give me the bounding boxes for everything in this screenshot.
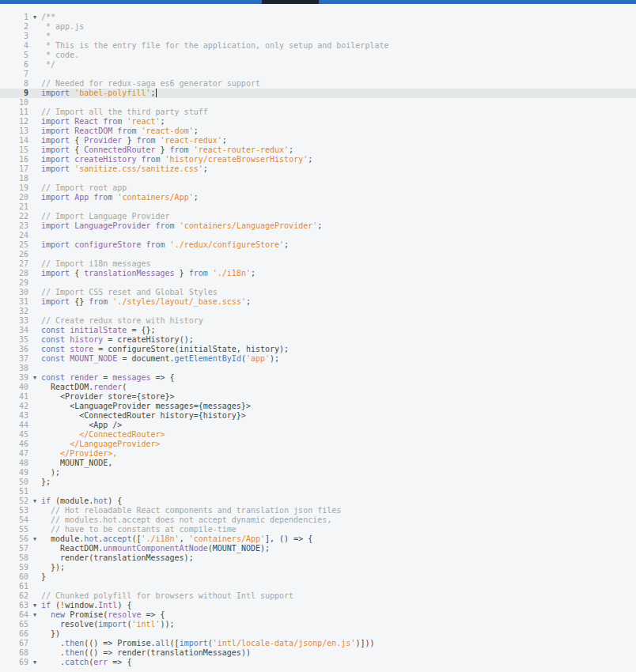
line-number[interactable]: 30 — [0, 288, 28, 297]
fold-arrow-icon[interactable]: ▼ — [28, 534, 41, 544]
code-line[interactable]: 66 }) — [0, 629, 636, 639]
line-number[interactable]: 22 — [0, 212, 28, 221]
line-number[interactable]: 15 — [0, 145, 28, 155]
code-line[interactable]: 56▼ module.hot.accept(['./i18n', 'contai… — [0, 534, 636, 544]
code-line[interactable]: 69▼ .catch(err => { — [0, 658, 636, 667]
code-line[interactable]: 51 — [0, 487, 636, 496]
line-number[interactable]: 33 — [0, 316, 28, 326]
code-line[interactable]: 4 * This is the entry file for the appli… — [0, 41, 636, 51]
code-line[interactable]: 20import App from 'containers/App'; — [0, 193, 636, 202]
code-line[interactable]: 3 * — [0, 32, 636, 41]
code-line[interactable]: 27// Import i18n messages — [0, 259, 636, 269]
code-line[interactable]: 34const initialState = {}; — [0, 326, 636, 335]
code-line[interactable]: 48 MOUNT_NODE, — [0, 459, 636, 468]
line-number[interactable]: 28 — [0, 269, 28, 278]
code-line[interactable]: 68 .then(() => render(translationMessage… — [0, 648, 636, 658]
line-number[interactable]: 29 — [0, 278, 28, 288]
line-number[interactable]: 5 — [0, 51, 28, 60]
line-number[interactable]: 13 — [0, 126, 28, 136]
fold-arrow-icon[interactable]: ▼ — [28, 13, 41, 22]
code-line[interactable]: 49 ); — [0, 468, 636, 478]
code-line[interactable]: 30// Import CSS reset and Global Styles — [0, 288, 636, 297]
code-line[interactable]: 65 resolve(import('intl')); — [0, 620, 636, 629]
line-number[interactable]: 4 — [0, 41, 28, 51]
line-number[interactable]: 64 — [0, 610, 28, 620]
code-line[interactable]: 25import configureStore from './redux/co… — [0, 240, 636, 250]
code-line[interactable]: 14import { Provider } from 'react-redux'… — [0, 136, 636, 145]
code-line[interactable]: 52▼if (module.hot) { — [0, 496, 636, 506]
line-number[interactable]: 67 — [0, 639, 28, 648]
code-line[interactable]: 13import ReactDOM from 'react-dom'; — [0, 126, 636, 136]
code-line[interactable]: 32 — [0, 307, 636, 316]
code-line[interactable]: 37const MOUNT_NODE = document.getElement… — [0, 354, 636, 364]
code-line[interactable]: 61 — [0, 582, 636, 591]
line-number[interactable]: 6 — [0, 60, 28, 70]
line-number[interactable]: 49 — [0, 468, 28, 478]
code-line[interactable]: 45 </ConnectedRouter> — [0, 430, 636, 440]
code-line[interactable]: 5 * code. — [0, 51, 636, 60]
code-line[interactable]: 17import 'sanitize.css/sanitize.css'; — [0, 164, 636, 174]
code-line[interactable]: 11// Import all the third party stuff — [0, 108, 636, 117]
line-number[interactable]: 3 — [0, 32, 28, 41]
code-line[interactable]: 26 — [0, 250, 636, 259]
line-number[interactable]: 10 — [0, 98, 28, 108]
line-number[interactable]: 31 — [0, 297, 28, 307]
code-line[interactable]: 24 — [0, 231, 636, 240]
code-line[interactable]: 6 */ — [0, 60, 636, 70]
code-line[interactable]: 22// Import Language Provider — [0, 212, 636, 221]
code-line[interactable]: 53 // Hot reloadable React components an… — [0, 506, 636, 515]
code-line[interactable]: 67 .then(() => Promise.all([import('intl… — [0, 639, 636, 648]
code-line[interactable]: 12import React from 'react'; — [0, 117, 636, 126]
top-scrollbar-track[interactable] — [0, 0, 636, 4]
line-number[interactable]: 44 — [0, 421, 28, 430]
code-line[interactable]: 29 — [0, 278, 636, 288]
line-number[interactable]: 69 — [0, 658, 28, 667]
code-line[interactable]: 38 — [0, 364, 636, 373]
line-number[interactable]: 32 — [0, 307, 28, 316]
code-line[interactable]: 50}; — [0, 478, 636, 487]
line-number[interactable]: 38 — [0, 364, 28, 373]
code-line[interactable]: 18 — [0, 174, 636, 183]
code-line[interactable]: 57 ReactDOM.unmountComponentAtNode(MOUNT… — [0, 544, 636, 553]
line-number[interactable]: 18 — [0, 174, 28, 183]
line-number[interactable]: 9 — [0, 89, 28, 98]
code-line[interactable]: 59 }); — [0, 563, 636, 572]
code-line[interactable]: 43 <ConnectedRouter history={history}> — [0, 411, 636, 421]
code-line[interactable]: 41 <Provider store={store}> — [0, 392, 636, 402]
fold-arrow-icon[interactable]: ▼ — [28, 496, 41, 506]
top-scrollbar-thumb[interactable] — [262, 0, 319, 4]
line-number[interactable]: 11 — [0, 108, 28, 117]
line-number[interactable]: 60 — [0, 572, 28, 582]
line-number[interactable]: 61 — [0, 582, 28, 591]
code-line[interactable]: 60} — [0, 572, 636, 582]
fold-arrow-icon[interactable]: ▼ — [28, 610, 41, 620]
line-number[interactable]: 41 — [0, 392, 28, 402]
line-number[interactable]: 35 — [0, 335, 28, 345]
code-line[interactable]: 36const store = configureStore(initialSt… — [0, 345, 636, 354]
line-number[interactable]: 52 — [0, 496, 28, 506]
line-number[interactable]: 62 — [0, 591, 28, 601]
line-number[interactable]: 40 — [0, 383, 28, 392]
line-number[interactable]: 1 — [0, 13, 28, 22]
line-number[interactable]: 24 — [0, 231, 28, 240]
code-line[interactable]: 54 // modules.hot.accept does not accept… — [0, 515, 636, 525]
line-number[interactable]: 17 — [0, 164, 28, 174]
code-line[interactable]: 1▼/** — [0, 13, 636, 22]
code-line[interactable]: 47 </Provider>, — [0, 449, 636, 459]
line-number[interactable]: 25 — [0, 240, 28, 250]
code-line[interactable]: 28import { translationMessages } from '.… — [0, 269, 636, 278]
code-line[interactable]: 7 — [0, 70, 636, 79]
fold-arrow-icon[interactable]: ▼ — [28, 658, 41, 667]
line-number[interactable]: 48 — [0, 459, 28, 468]
code-line[interactable]: 8// Needed for redux-saga es6 generator … — [0, 79, 636, 89]
line-number[interactable]: 58 — [0, 553, 28, 563]
code-line[interactable]: 58 render(translationMessages); — [0, 553, 636, 563]
line-number[interactable]: 54 — [0, 515, 28, 525]
code-line[interactable]: 62// Chunked polyfill for browsers witho… — [0, 591, 636, 601]
line-number[interactable]: 45 — [0, 430, 28, 440]
code-line[interactable]: 44 <App /> — [0, 421, 636, 430]
code-line[interactable]: 10 — [0, 98, 636, 108]
line-number[interactable]: 23 — [0, 221, 28, 231]
line-number[interactable]: 20 — [0, 193, 28, 202]
line-number[interactable]: 51 — [0, 487, 28, 496]
